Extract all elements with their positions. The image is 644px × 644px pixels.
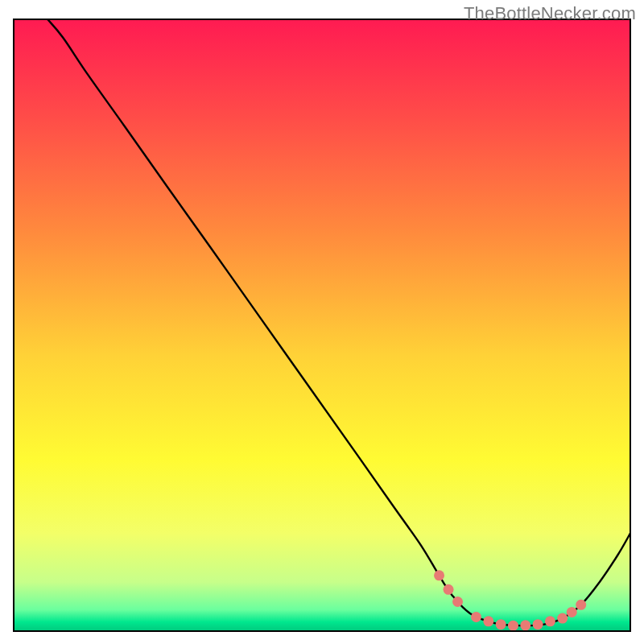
marker-point [471, 612, 481, 622]
marker-point [496, 619, 506, 630]
chart-container: TheBottleNecker.com [0, 0, 644, 644]
marker-point [545, 616, 555, 626]
marker-point [452, 597, 463, 607]
marker-point [567, 607, 577, 617]
marker-point [533, 619, 543, 630]
bottleneck-chart [0, 0, 644, 644]
watermark-text: TheBottleNecker.com [464, 3, 636, 24]
heatmap-background [14, 19, 630, 631]
marker-point [557, 613, 568, 624]
marker-point [483, 616, 493, 626]
marker-point [520, 620, 530, 630]
marker-point [576, 600, 586, 610]
marker-point [508, 621, 518, 631]
marker-point [434, 570, 444, 580]
marker-point [444, 584, 454, 595]
